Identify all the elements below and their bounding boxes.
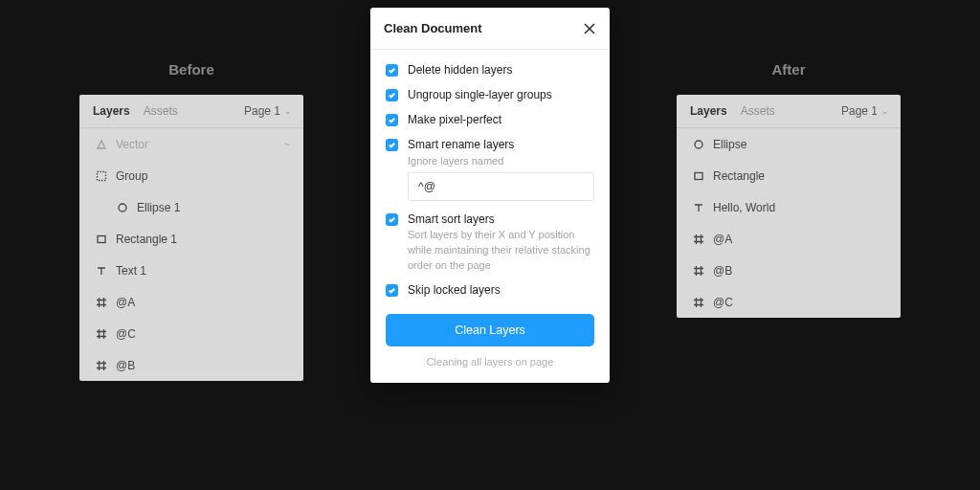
layer-row[interactable]: @A [677,223,901,255]
tab-assets[interactable]: Assets [144,104,178,118]
tab-assets[interactable]: Assets [741,104,775,118]
layer-row[interactable]: Ellipse 1 [79,191,303,223]
triangle-icon [93,139,110,150]
frame-icon [93,297,110,308]
checkbox-icon [386,114,398,126]
checkbox-icon [386,89,398,101]
option-smart-sort[interactable]: Smart sort layers [386,212,594,226]
layer-name: Rectangle 1 [110,233,177,246]
frame-icon [93,360,110,371]
layer-row[interactable]: @B [79,349,303,381]
svg-rect-0 [98,171,106,180]
layer-name: Group [110,169,147,183]
layer-name: @A [707,233,732,246]
rect-icon [690,170,707,182]
frame-icon [93,328,110,340]
before-column: Before Layers Assets Page 1 ⌄ Vector~Gro… [57,0,325,490]
clean-layers-button[interactable]: Clean Layers [386,314,594,346]
svg-point-1 [119,204,126,212]
frame-icon [690,265,707,277]
option-smart-rename[interactable]: Smart rename layers [386,138,594,151]
checkbox-icon [386,213,398,226]
svg-rect-2 [98,235,105,242]
after-column: After Layers Assets Page 1 ⌄ EllipseRect… [655,0,923,490]
layer-name: @B [707,264,732,278]
layer-name: Ellipse [707,138,746,151]
ellipse-icon [114,202,131,213]
clean-document-modal: Clean Document Delete hidden layers Ungr… [370,8,610,383]
layer-row[interactable]: @A [79,286,303,318]
text-icon [690,202,707,213]
hidden-icon[interactable]: ~ [284,139,290,150]
layer-name: @C [707,296,733,309]
checkbox-icon [386,284,398,297]
svg-point-3 [695,141,702,148]
layer-name: Ellipse 1 [131,201,180,214]
frame-icon [690,297,707,308]
status-text: Cleaning all layers on page [386,356,594,368]
ellipse-icon [690,139,707,150]
after-layer-list: EllipseRectangleHello, World@A@B@C [677,127,901,318]
checkbox-icon [386,64,398,77]
group-icon [93,170,110,182]
close-icon[interactable] [583,22,596,35]
ignore-pattern-input[interactable] [408,172,594,201]
tab-layers[interactable]: Layers [690,104,727,118]
ignore-label: Ignore layers named [408,155,594,167]
layer-row[interactable]: Ellipse [677,128,901,160]
smart-sort-description: Sort layers by their X and Y position wh… [408,228,594,274]
chevron-down-icon: ⌄ [284,106,292,116]
option-pixel-perfect[interactable]: Make pixel-perfect [386,113,594,126]
layer-name: Hello, World [707,201,775,214]
layer-row[interactable]: Rectangle [677,160,901,191]
layer-row[interactable]: @B [677,255,901,286]
layer-name: Rectangle [707,169,765,183]
before-layers-panel: Layers Assets Page 1 ⌄ Vector~GroupEllip… [79,95,303,381]
svg-rect-4 [695,172,702,179]
layer-row[interactable]: @C [79,318,303,349]
layer-row[interactable]: Hello, World [677,191,901,223]
layer-row[interactable]: Vector~ [79,128,303,160]
layer-name: Vector [110,138,148,151]
tab-layers[interactable]: Layers [93,104,130,118]
checkbox-icon [386,139,398,151]
option-delete-hidden[interactable]: Delete hidden layers [386,63,594,77]
chevron-down-icon: ⌄ [881,106,889,116]
modal-title: Clean Document [384,21,482,35]
layer-name: Text 1 [110,264,146,278]
layer-row[interactable]: Rectangle 1 [79,223,303,255]
option-skip-locked[interactable]: Skip locked layers [386,283,594,297]
page-label: Page 1 [841,104,878,118]
option-ungroup-single[interactable]: Ungroup single-layer groups [386,88,594,101]
rect-icon [93,234,110,245]
layer-row[interactable]: @C [677,286,901,318]
page-selector[interactable]: Page 1 ⌄ [244,104,292,118]
before-label: Before [168,61,214,78]
page-selector[interactable]: Page 1 ⌄ [841,104,889,118]
layer-name: @A [110,296,135,309]
after-label: After [771,61,805,78]
after-layers-panel: Layers Assets Page 1 ⌄ EllipseRectangleH… [677,95,901,318]
frame-icon [690,234,707,245]
layer-name: @C [110,327,136,341]
page-label: Page 1 [244,104,280,118]
layer-name: @B [110,359,135,372]
layer-row[interactable]: Group [79,160,303,191]
text-icon [93,265,110,277]
layer-row[interactable]: Text 1 [79,255,303,286]
before-layer-list: Vector~GroupEllipse 1Rectangle 1Text 1@A… [79,127,303,381]
